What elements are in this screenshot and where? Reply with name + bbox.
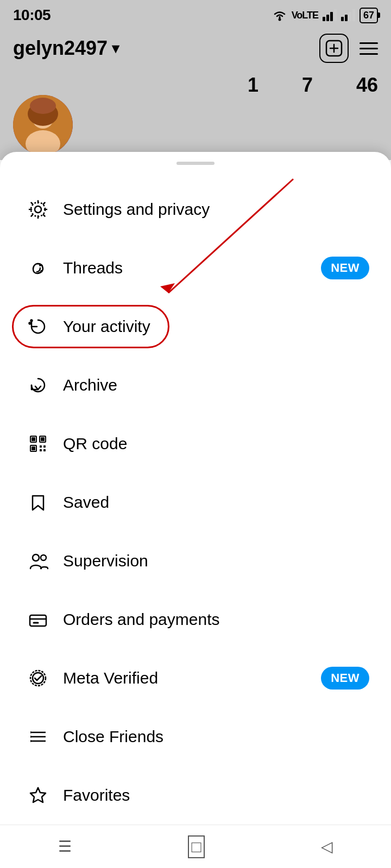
svg-rect-31 <box>43 445 46 448</box>
add-post-button[interactable] <box>319 34 349 63</box>
followers-count: 7 <box>302 74 313 97</box>
menu-item-your-activity[interactable]: Your activity <box>0 297 391 356</box>
menu-item-archive[interactable]: Archive <box>0 356 391 414</box>
nav-back-icon[interactable]: ◁ <box>321 838 333 856</box>
profile-background: 10:05 VoLTE <box>0 0 391 160</box>
svg-rect-33 <box>43 449 46 451</box>
menu-item-supervision[interactable]: Supervision <box>0 532 391 590</box>
badge-threads: NEW <box>321 257 369 279</box>
supervision-icon <box>22 545 54 577</box>
menu-label-close-friends: Close Friends <box>63 727 163 746</box>
menu-label-settings: Settings and privacy <box>63 200 210 219</box>
svg-rect-27 <box>41 437 45 441</box>
svg-point-34 <box>33 554 39 561</box>
svg-rect-36 <box>30 615 46 626</box>
svg-rect-29 <box>31 446 35 450</box>
status-icons: VoLTE 67 <box>272 8 378 23</box>
nav-home-icon[interactable]: ☰ <box>58 838 72 856</box>
posts-count: 1 <box>248 74 258 97</box>
menu-line-3 <box>360 53 378 55</box>
status-bar: 10:05 VoLTE <box>0 0 391 28</box>
avatar-image <box>13 95 73 155</box>
menu-label-supervision: Supervision <box>63 552 148 570</box>
menu-label-meta-verified: Meta Verified <box>63 669 158 687</box>
menu-label-saved: Saved <box>63 493 109 512</box>
menu-item-saved[interactable]: Saved <box>0 473 391 532</box>
svg-rect-6 <box>345 15 348 21</box>
svg-rect-5 <box>341 17 344 21</box>
close-friends-icon <box>22 720 54 753</box>
activity-icon <box>22 310 54 343</box>
plus-square-icon <box>326 40 342 56</box>
chevron-icon: ▾ <box>112 40 119 57</box>
menu-container: Settings and privacy ThreadsNEW Your act… <box>0 180 391 868</box>
menu-item-settings[interactable]: Settings and privacy <box>0 180 391 239</box>
svg-marker-43 <box>30 736 33 738</box>
hamburger-menu-button[interactable] <box>360 42 378 55</box>
menu-line-1 <box>360 42 378 44</box>
svg-point-23 <box>31 320 33 322</box>
svg-marker-42 <box>30 731 33 733</box>
battery-icon: 67 <box>360 8 378 23</box>
gear-icon <box>22 193 54 226</box>
menu-item-orders[interactable]: Orders and payments <box>0 590 391 649</box>
avatar[interactable] <box>13 95 73 155</box>
menu-label-archive: Archive <box>63 376 117 394</box>
following-count: 46 <box>356 74 378 97</box>
svg-rect-3 <box>330 12 333 21</box>
archive-icon <box>22 369 54 401</box>
svg-point-16 <box>30 98 56 114</box>
svg-rect-1 <box>323 17 325 21</box>
volte-icon: VoLTE <box>292 10 318 21</box>
qr-icon <box>22 427 54 460</box>
svg-rect-2 <box>326 15 329 21</box>
saved-icon <box>22 486 54 519</box>
svg-rect-25 <box>31 437 35 441</box>
svg-point-21 <box>39 264 41 266</box>
orders-icon <box>22 603 54 636</box>
svg-point-19 <box>35 206 41 213</box>
menu-item-favorites[interactable]: Favorites <box>0 766 391 825</box>
svg-marker-44 <box>30 740 33 742</box>
battery-level: 67 <box>363 10 374 21</box>
username-text: gelyn2497 <box>13 37 108 60</box>
menu-label-threads: Threads <box>63 259 123 277</box>
menu-label-your-activity: Your activity <box>63 317 150 336</box>
menu-label-favorites: Favorites <box>63 786 130 805</box>
svg-rect-32 <box>40 449 42 451</box>
bottom-navigation: ☰ □ ◁ <box>0 825 391 868</box>
drag-handle[interactable] <box>176 162 215 165</box>
username-area[interactable]: gelyn2497 ▾ <box>13 37 119 60</box>
signal2-icon <box>341 9 355 21</box>
menu-item-meta-verified[interactable]: Meta VerifiedNEW <box>0 649 391 707</box>
svg-point-35 <box>41 555 46 560</box>
threads-icon <box>22 252 54 284</box>
menu-label-qr-code: QR code <box>63 435 127 453</box>
badge-meta-verified: NEW <box>321 667 369 690</box>
svg-rect-30 <box>40 445 42 448</box>
svg-rect-4 <box>334 9 337 21</box>
stats-row: 1 7 46 <box>0 68 391 97</box>
svg-rect-8 <box>352 9 355 21</box>
menu-line-2 <box>360 48 378 49</box>
svg-point-0 <box>278 18 281 21</box>
menu-label-orders: Orders and payments <box>63 610 219 629</box>
svg-point-22 <box>29 323 31 324</box>
signal-icon <box>323 9 337 21</box>
bottom-sheet: Settings and privacy ThreadsNEW Your act… <box>0 152 391 868</box>
status-time: 10:05 <box>13 7 51 24</box>
menu-item-qr-code[interactable]: QR code <box>0 414 391 473</box>
menu-item-close-friends[interactable]: Close Friends <box>0 707 391 766</box>
meta-verified-icon <box>22 662 54 694</box>
menu-item-threads[interactable]: ThreadsNEW <box>0 239 391 297</box>
profile-header: gelyn2497 ▾ <box>0 28 391 68</box>
svg-marker-45 <box>30 788 46 802</box>
svg-rect-7 <box>349 12 351 21</box>
favorites-icon <box>22 779 54 812</box>
nav-square-icon[interactable]: □ <box>188 835 204 858</box>
header-actions <box>319 34 378 63</box>
avatar-svg <box>13 95 73 155</box>
wifi-icon <box>272 9 287 21</box>
